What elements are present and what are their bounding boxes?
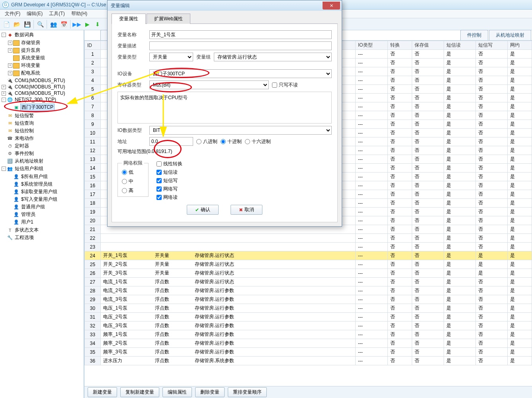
table-row[interactable]: 29电流_3号泵浮点数存储管房.运行参数---否否是否是 <box>85 295 532 304</box>
device-select[interactable]: 西门子300TCP <box>149 69 332 78</box>
tree-com2[interactable]: COM2(MODBUS_RTU) <box>14 84 66 90</box>
table-row[interactable]: 31电压_2号泵浮点数存储管房.运行参数---否否是否是 <box>85 313 532 322</box>
dialog-tab-props[interactable]: 变量属性 <box>111 14 146 24</box>
col-net[interactable]: 网约 <box>508 41 532 50</box>
write-only-checkbox[interactable] <box>272 82 277 88</box>
decimal-radio[interactable] <box>221 139 226 144</box>
table-row[interactable]: 28电流_2号泵浮点数存储管房.运行参数---否否是否是 <box>85 286 532 295</box>
tree-net[interactable]: NET(S7_300_TCP) <box>14 97 57 102</box>
expand-icon[interactable]: + <box>2 91 6 96</box>
col-io[interactable]: IO类型 <box>356 41 388 50</box>
octal-radio[interactable] <box>196 139 201 144</box>
table-row[interactable]: 27电流_1号泵浮点数存储管房.运行状态---否否是否是 <box>85 278 532 286</box>
table-row[interactable]: 24开关_1号泵开关量存储管房.运行状态---否否是是是 <box>85 251 532 260</box>
desc-input[interactable] <box>149 41 332 50</box>
tree-sms-alarm[interactable]: 短信报警 <box>14 112 35 119</box>
menu-tool[interactable]: 工具(T) <box>46 10 68 18</box>
new-file-icon[interactable]: 📄 <box>2 20 11 29</box>
calendar-icon[interactable]: 📅 <box>59 20 68 29</box>
perm-low-radio[interactable] <box>122 170 127 175</box>
table-row[interactable]: 35频率_3号泵浮点数存储管房.运行参数---否否是否是 <box>85 348 532 357</box>
group-select[interactable]: 存储管房.运行状态 <box>214 53 332 61</box>
table-row[interactable]: 34频率_2号泵浮点数存储管房.运行参数---否否是否是 <box>85 339 532 348</box>
copy-var-button[interactable]: 复制新建变量 <box>120 387 159 397</box>
tree-group-item[interactable]: 管理员 <box>20 211 36 218</box>
tree-item[interactable]: 环境变量 <box>20 62 41 69</box>
tree-group-item[interactable]: 普通用户组 <box>20 204 46 210</box>
tree-group-item[interactable]: $读取变量用户组 <box>20 188 58 195</box>
tree-group-item[interactable]: $系统管理员组 <box>20 181 53 188</box>
tree-siemens[interactable]: 西门子300TCP <box>20 104 55 111</box>
tree-item[interactable]: 提升泵房 <box>20 47 41 54</box>
col-smsw[interactable]: 短信写 <box>476 41 508 50</box>
col-smsr[interactable]: 短信读 <box>444 41 476 50</box>
expand-icon[interactable]: + <box>2 85 6 89</box>
tree-timer[interactable]: 定时器 <box>14 143 30 149</box>
datatype-select[interactable]: BIT <box>149 126 332 135</box>
expand-icon[interactable]: - <box>2 33 6 37</box>
col-save[interactable]: 保存值 <box>412 41 444 50</box>
tree-sms-query[interactable]: 短信查询 <box>14 120 35 127</box>
netread-checkbox[interactable] <box>156 195 162 200</box>
dialog-tab-web[interactable]: 扩展Web属性 <box>147 14 190 24</box>
tree-item[interactable]: 存储管房 <box>20 39 41 46</box>
table-row[interactable]: 23---否否是否是 <box>85 243 532 251</box>
search-icon[interactable]: 🔍 <box>35 20 45 29</box>
tree-multistate[interactable]: 多状态文本 <box>14 227 39 233</box>
dialog-titlebar[interactable]: 变量编辑 ✕ <box>108 0 342 11</box>
linear-checkbox[interactable] <box>156 161 162 167</box>
run-icon[interactable]: ▶▶ <box>72 20 82 29</box>
close-icon[interactable]: ✕ <box>323 2 340 10</box>
tree-com1[interactable]: COM1(MODBUS_RTU) <box>14 78 66 83</box>
col-conv[interactable]: 转换 <box>388 41 412 50</box>
cancel-button[interactable]: ✖取消 <box>231 205 262 215</box>
tree-call[interactable]: 来电动作 <box>14 135 35 142</box>
expand-icon[interactable]: - <box>2 167 6 171</box>
hex-radio[interactable] <box>245 139 250 144</box>
reorder-button[interactable]: 重排变量顺序 <box>228 387 267 397</box>
tree-group-item[interactable]: $所有用户组 <box>20 173 49 180</box>
expand-icon[interactable]: + <box>8 71 12 75</box>
register-select[interactable]: M区(Bit) <box>149 80 269 89</box>
table-row[interactable]: 36进水压力浮点数存储管房.系统参数---否否是否是 <box>85 357 532 365</box>
tree-com3[interactable]: COM3(MODBUS_RTU) <box>14 90 66 96</box>
tree-sms-ctrl[interactable]: 短信控制 <box>14 127 35 134</box>
expand-icon[interactable]: - <box>2 98 6 102</box>
smsread-checkbox[interactable] <box>156 170 162 175</box>
users-icon[interactable]: 👥 <box>49 20 58 29</box>
type-select[interactable]: 开关量 <box>149 53 193 61</box>
edit-prop-button[interactable]: 编辑属性 <box>162 387 192 397</box>
table-row[interactable]: 22---否否是否是 <box>85 234 532 243</box>
table-row[interactable]: 30电压_1号泵浮点数存储管房.运行参数---否否是否是 <box>85 304 532 313</box>
perm-high-radio[interactable] <box>122 188 127 193</box>
menu-help[interactable]: 帮助(H) <box>68 10 91 18</box>
tree-group-item[interactable]: 用户1 <box>20 219 34 225</box>
save-icon[interactable]: 💾 <box>22 20 32 29</box>
download-icon[interactable]: ⬇ <box>93 20 102 29</box>
menu-file[interactable]: 文件(F) <box>2 10 23 18</box>
table-row[interactable]: 32电压_3号泵浮点数存储管房.运行参数---否否是否是 <box>85 322 532 330</box>
col-id[interactable]: ID <box>85 41 101 50</box>
new-var-button[interactable]: 新建变量 <box>88 387 117 397</box>
netwrite-checkbox[interactable] <box>156 186 162 192</box>
open-folder-icon[interactable]: 📂 <box>12 20 22 29</box>
ok-button[interactable]: ✔确认 <box>187 205 219 215</box>
play-icon[interactable]: ▶ <box>82 20 92 29</box>
delete-var-button[interactable]: 删除变量 <box>195 387 225 397</box>
table-row[interactable]: 25开关_2号泵开关量存储管房.运行状态---否否是是是 <box>85 260 532 269</box>
expand-icon[interactable]: + <box>8 41 12 45</box>
address-input[interactable] <box>149 137 193 146</box>
tree-group-item[interactable]: $写入变量用户组 <box>20 196 58 203</box>
tree-item[interactable]: 配电系统 <box>20 70 41 76</box>
tree-event[interactable]: 事件控制 <box>14 150 35 157</box>
table-row[interactable]: 26开关_3号泵开关量存储管房.运行状态---否否是是是 <box>85 269 532 278</box>
tab-dev[interactable]: 件控制 <box>460 30 488 40</box>
tree-proj[interactable]: 工程选项 <box>14 234 35 241</box>
project-tree[interactable]: -◆数据词典 +存储管房 +提升泵房 系统变量组 +环境变量 +配电系统 🔌CO… <box>0 30 84 398</box>
tree-addrmap[interactable]: 从机地址映射 <box>14 158 44 165</box>
tab-addr[interactable]: 从机地址映射 <box>489 30 531 40</box>
name-input[interactable] <box>149 30 332 39</box>
perm-mid-radio[interactable] <box>122 179 127 184</box>
tree-item[interactable]: 系统变量组 <box>20 55 46 61</box>
table-row[interactable]: 33频率_1号泵浮点数存储管房.运行参数---否否是否是 <box>85 330 532 339</box>
